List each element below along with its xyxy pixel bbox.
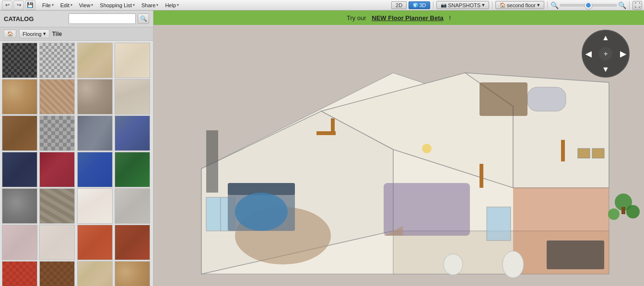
fullscreen-button[interactable]: ⛶	[632, 1, 642, 10]
tile-item-20[interactable]	[115, 188, 150, 224]
svg-rect-11	[331, 118, 335, 135]
tile-item-27[interactable]	[77, 261, 113, 286]
canvas-area: Try our NEW Floor Planner Beta ! ▲ ◀ ✛ ▶…	[153, 11, 644, 286]
catalog-title: CATALOG	[4, 15, 34, 23]
tile-item-12[interactable]	[115, 115, 150, 151]
svg-rect-29	[592, 149, 604, 158]
tile-item-22[interactable]	[39, 225, 75, 260]
tile-item-6[interactable]	[39, 79, 75, 114]
zoom-control: 🔍 🔍	[550, 1, 626, 9]
shopping-arrow-icon: ▾	[133, 3, 135, 7]
zoom-thumb	[585, 2, 592, 9]
search-area: 🔍	[69, 13, 149, 24]
separator-4	[629, 1, 630, 9]
tile-grid	[0, 41, 153, 286]
svg-point-22	[503, 251, 524, 278]
menu-file[interactable]: File ▾	[39, 1, 57, 9]
svg-point-23	[444, 254, 463, 275]
floor-plan-svg	[153, 25, 644, 286]
btn-3d[interactable]: 🧊 3D	[409, 1, 430, 9]
tile-item-17[interactable]	[2, 188, 37, 224]
svg-rect-28	[578, 149, 590, 158]
view-arrow-icon: ▾	[91, 3, 93, 7]
svg-rect-31	[480, 82, 527, 116]
sidebar: CATALOG 🔍 🏠 Flooring ▾ Tile	[0, 11, 153, 286]
tile-item-8[interactable]	[115, 79, 150, 114]
tile-item-16[interactable]	[115, 152, 150, 187]
snapshots-button[interactable]: 📷 SNAPSHOTS ▾	[436, 1, 489, 9]
tile-item-9[interactable]	[2, 115, 37, 151]
tile-item-24[interactable]	[115, 225, 150, 260]
separator-2	[492, 1, 492, 9]
catalog-header: CATALOG 🔍	[0, 11, 153, 27]
toolbar-icons: ↩ ↪ 💾	[2, 0, 35, 10]
tile-item-10[interactable]	[39, 115, 75, 151]
tile-item-28[interactable]	[115, 261, 150, 286]
tile-item-3[interactable]	[77, 43, 113, 78]
separator-1	[433, 1, 433, 9]
nav-down-button[interactable]: ▼	[602, 65, 609, 74]
tile-item-21[interactable]	[2, 225, 37, 260]
category-bar: 🏠 Flooring ▾ Tile	[0, 27, 153, 41]
edit-arrow-icon: ▾	[70, 3, 72, 7]
zoom-slider[interactable]	[560, 4, 617, 7]
redo-button[interactable]: ↪	[13, 0, 24, 10]
category-flooring-button[interactable]: Flooring ▾	[19, 29, 49, 38]
svg-rect-7	[384, 183, 470, 236]
menu-view[interactable]: View ▾	[76, 1, 96, 9]
promo-link[interactable]: NEW Floor Planner Beta	[372, 14, 444, 22]
svg-rect-12	[480, 164, 483, 188]
svg-rect-21	[527, 87, 566, 111]
btn-2d[interactable]: 2D	[391, 1, 407, 9]
save-button[interactable]: 💾	[25, 0, 35, 10]
svg-point-19	[235, 193, 288, 231]
svg-rect-16	[487, 207, 511, 240]
menu-shopping[interactable]: Shopping List ▾	[97, 1, 138, 9]
zoom-in-icon[interactable]: 🔍	[618, 1, 626, 9]
main-layout: CATALOG 🔍 🏠 Flooring ▾ Tile Try our NEW …	[0, 11, 644, 286]
tile-item-13[interactable]	[2, 152, 37, 187]
floor-selector[interactable]: 🏠 second floor ▾	[495, 1, 544, 9]
tile-category-label: Tile	[52, 31, 62, 37]
home-icon: 🏠	[7, 31, 13, 36]
share-arrow-icon: ▾	[156, 3, 158, 7]
tile-item-18[interactable]	[39, 188, 75, 224]
tile-item-5[interactable]	[2, 79, 37, 114]
nav-up-button[interactable]: ▲	[602, 34, 609, 42]
tile-item-1[interactable]	[2, 43, 37, 78]
search-button[interactable]: 🔍	[138, 13, 149, 24]
separator-3	[547, 1, 548, 9]
menu-bar: ↩ ↪ 💾 File ▾ Edit ▾ View ▾ Shopping List…	[0, 0, 644, 11]
svg-point-26	[626, 205, 640, 218]
svg-rect-13	[561, 140, 565, 161]
tile-item-11[interactable]	[77, 115, 113, 151]
nav-control: ▲ ◀ ✛ ▶ ▼	[582, 30, 630, 78]
tile-item-14[interactable]	[39, 152, 75, 187]
menu-share[interactable]: Share ▾	[139, 1, 161, 9]
tile-item-23[interactable]	[77, 225, 113, 260]
tile-item-2[interactable]	[39, 43, 75, 78]
nav-left-button[interactable]: ◀	[585, 49, 591, 58]
category-home-button[interactable]: 🏠	[4, 30, 16, 38]
zoom-out-icon[interactable]: 🔍	[550, 1, 559, 9]
tile-item-19[interactable]	[77, 188, 113, 224]
tile-item-25[interactable]	[2, 261, 37, 286]
tile-item-26[interactable]	[39, 261, 75, 286]
navigation-circle: ▲ ◀ ✛ ▶ ▼	[582, 30, 630, 78]
tile-item-15[interactable]	[77, 152, 113, 187]
floor-view[interactable]: ▲ ◀ ✛ ▶ ▼	[153, 25, 644, 286]
menu-help[interactable]: Help ▾	[162, 1, 182, 9]
svg-point-30	[422, 144, 432, 153]
file-arrow-icon: ▾	[52, 3, 54, 7]
search-input[interactable]	[69, 13, 136, 24]
nav-center[interactable]: ✛	[599, 47, 612, 60]
promo-bar: Try our NEW Floor Planner Beta !	[153, 11, 644, 25]
menu-edit[interactable]: Edit ▾	[58, 1, 75, 9]
tile-item-7[interactable]	[77, 79, 113, 114]
nav-right-button[interactable]: ▶	[620, 49, 626, 58]
svg-point-27	[608, 208, 620, 220]
help-arrow-icon: ▾	[177, 3, 179, 7]
tile-item-4[interactable]	[115, 43, 150, 78]
undo-button[interactable]: ↩	[2, 0, 12, 10]
svg-rect-9	[547, 240, 604, 269]
